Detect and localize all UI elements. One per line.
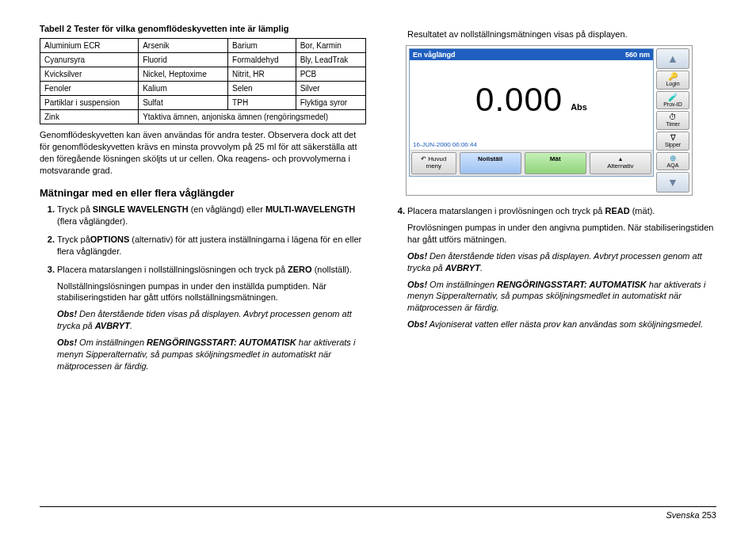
cell: Nickel, Heptoxime <box>139 67 228 82</box>
sample-id-button[interactable]: 🧪Prov-ID <box>656 91 689 110</box>
zero-button[interactable]: Nollställ <box>460 152 521 174</box>
page-footer: Svenska 253 <box>40 506 716 520</box>
flask-icon: 🧪 <box>668 93 678 101</box>
section-heading: Mätningar med en eller flera våglängder <box>40 187 366 199</box>
login-button[interactable]: 🔑Login <box>656 71 689 90</box>
measure-button[interactable]: Mät <box>525 152 586 174</box>
right-intro: Resultatet av nollställningsmätningen vi… <box>407 29 716 40</box>
step-2: Tryck påOPTIONS (alternativ) för att jus… <box>57 234 366 257</box>
cell: Fluorid <box>139 53 228 67</box>
cell: Fenoler <box>40 82 139 96</box>
triangle-up-icon: ▲ <box>667 52 678 65</box>
note-1: Obs! Den återstående tiden visas på disp… <box>57 308 366 332</box>
options-button[interactable]: ▴ Alternativ <box>590 152 651 174</box>
triangle-down-icon: ▼ <box>667 176 678 189</box>
cell: Formaldehyd <box>228 53 296 67</box>
globe-icon: ⊕ <box>670 154 676 162</box>
cell: Selen <box>228 82 296 96</box>
cell: PCB <box>296 67 365 82</box>
device-wavelength: 560 nm <box>625 51 650 59</box>
after-table-text: Genomflödeskyvetten kan även användas fö… <box>40 129 366 176</box>
chevron-up-icon: ▴ <box>619 155 622 162</box>
cell: Bor, Karmin <box>296 39 365 53</box>
right-note-3: Obs! Avjoniserat vatten eller nästa prov… <box>407 318 716 330</box>
test-table: Aluminium ECR Arsenik Barium Bor, Karmin… <box>40 38 366 124</box>
cell: Kalium <box>139 82 228 96</box>
back-button[interactable]: ↶ Huvudmeny <box>411 152 456 174</box>
undo-icon: ↶ <box>421 155 426 162</box>
device-timestamp: 16-JUN-2000 06:06:44 <box>410 139 653 150</box>
timer-icon: ⏱ <box>669 113 677 121</box>
step-3: Placera matarslangen i nollställningslös… <box>57 264 366 372</box>
step-1: Tryck på SINGLE WAVELENGTH (en våglängd)… <box>57 204 366 227</box>
step-3-sub: Nollställningslösningen pumpas in under … <box>57 280 366 304</box>
device-screenshot: En våglängd 560 nm 0.000 Abs 16-JUN-2000… <box>406 45 693 196</box>
cell: Flyktiga syror <box>296 96 365 110</box>
reading-unit: Abs <box>571 102 587 112</box>
cell: Nitrit, HR <box>228 67 296 82</box>
table-caption: Tabell 2 Tester för vilka genomflödeskyv… <box>40 24 366 33</box>
right-note-2: Obs! Om inställningen RENGÖRINGSSTART: A… <box>407 279 716 315</box>
cell: Barium <box>228 39 296 53</box>
sipper-button[interactable]: ∇Sipper <box>656 132 689 151</box>
key-icon: 🔑 <box>668 73 678 81</box>
cell: Aluminium ECR <box>40 39 139 53</box>
cell: Partiklar i suspension <box>40 96 139 110</box>
cell: Bly, LeadTrak <box>296 53 365 67</box>
note-2: Obs! Om inställningen RENGÖRINGSSTART: A… <box>57 337 366 372</box>
scroll-up-button[interactable]: ▲ <box>656 48 689 69</box>
cell: Ytaktiva ämnen, anjoniska ämnen (rengöri… <box>139 110 366 124</box>
cell: Cyanursyra <box>40 53 139 67</box>
cell: Arsenik <box>139 39 228 53</box>
reading-value: 0.000 <box>475 81 563 119</box>
step-4: Placera matarslangen i provlösningen och… <box>407 205 716 330</box>
right-note-1: Obs! Den återstående tiden visas på disp… <box>407 250 716 274</box>
timer-button[interactable]: ⏱Timer <box>656 111 689 130</box>
cell: Zink <box>40 110 139 124</box>
cell: Silver <box>296 82 365 96</box>
cell: Sulfat <box>139 96 228 110</box>
cell: TPH <box>228 96 296 110</box>
cell: Kvicksilver <box>40 67 139 82</box>
device-title: En våglängd <box>413 51 456 59</box>
scroll-down-button[interactable]: ▼ <box>656 172 689 193</box>
aqa-button[interactable]: ⊕AQA <box>656 152 689 171</box>
step-4-sub: Provlösningen pumpas in under den angivn… <box>407 222 716 246</box>
sipper-icon: ∇ <box>670 134 676 142</box>
